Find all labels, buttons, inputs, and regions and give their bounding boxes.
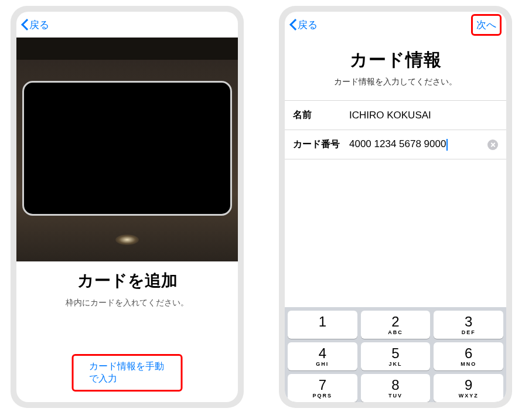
key-digit: 5	[391, 346, 399, 360]
card-number-value: 4000 1234 5678 9000	[349, 138, 446, 149]
add-card-body: カードを追加 枠内にカードを入れてください。 カード情報を手動で入力	[16, 261, 238, 402]
key-letters: ABC	[388, 329, 403, 335]
screen-add-card: 戻る カードを追加 枠内にカードを入れてください。 カード情報を手動で入力	[16, 12, 238, 402]
spacer	[285, 159, 506, 307]
name-row[interactable]: 名前 ICHIRO KOKUSAI	[285, 101, 506, 130]
card-scan-frame	[22, 81, 232, 216]
chevron-left-icon	[21, 19, 28, 30]
card-number-field[interactable]: 4000 1234 5678 9000	[349, 138, 487, 151]
next-button-highlight: 次へ	[471, 14, 502, 36]
name-field[interactable]: ICHIRO KOKUSAI	[349, 110, 498, 121]
card-info-subtitle: カード情報を入力してください。	[291, 77, 500, 87]
phone-frame-left: 戻る カードを追加 枠内にカードを入れてください。 カード情報を手動で入力	[11, 6, 244, 408]
key-letters: WXYZ	[459, 393, 479, 399]
key-letters: JKL	[388, 361, 402, 367]
card-number-label: カード番号	[293, 138, 349, 151]
card-info-header: カード情報 カード情報を入力してください。	[285, 38, 506, 100]
manual-entry-button[interactable]: カード情報を手動で入力	[89, 360, 166, 385]
numeric-keypad: 12ABC3DEF4GHI5JKL6MNO7PQRS8TUV9WXYZ	[285, 307, 506, 402]
key-digit: 8	[391, 378, 399, 392]
key-letters: TUV	[388, 393, 403, 399]
key-digit: 7	[319, 378, 326, 392]
keypad-key-2[interactable]: 2ABC	[361, 311, 431, 339]
keypad-key-7[interactable]: 7PQRS	[288, 374, 357, 402]
screen-card-info: 戻る 次へ カード情報 カード情報を入力してください。 名前 ICHIRO KO…	[285, 12, 506, 402]
keypad-key-4[interactable]: 4GHI	[288, 342, 357, 370]
camera-flare	[115, 234, 139, 245]
key-letters: PQRS	[313, 393, 333, 399]
keypad-key-9[interactable]: 9WXYZ	[434, 374, 503, 402]
next-button[interactable]: 次へ	[476, 18, 496, 32]
manual-entry-highlight: カード情報を手動で入力	[72, 354, 183, 392]
key-digit: 4	[319, 346, 326, 360]
back-button[interactable]: 戻る	[21, 18, 49, 32]
form: 名前 ICHIRO KOKUSAI カード番号 4000 1234 5678 9…	[285, 100, 506, 159]
key-letters: GHI	[316, 361, 329, 367]
name-label: 名前	[293, 109, 349, 121]
back-button[interactable]: 戻る	[289, 18, 318, 32]
keypad-key-1[interactable]: 1	[288, 311, 357, 339]
key-letters: DEF	[462, 329, 476, 335]
add-card-subtitle: 枠内にカードを入れてください。	[66, 298, 189, 308]
key-digit: 6	[465, 346, 472, 360]
key-digit: 9	[465, 378, 472, 392]
clear-input-button[interactable]	[487, 140, 498, 150]
keypad-key-8[interactable]: 8TUV	[361, 374, 431, 402]
key-letters: MNO	[461, 361, 476, 367]
key-digit: 2	[391, 315, 399, 329]
chevron-left-icon	[289, 19, 296, 30]
card-number-row[interactable]: カード番号 4000 1234 5678 9000	[285, 130, 506, 159]
card-info-title: カード情報	[291, 48, 500, 72]
keypad-key-6[interactable]: 6MNO	[434, 342, 503, 370]
key-digit: 3	[465, 315, 472, 329]
add-card-title: カードを追加	[77, 270, 178, 292]
camera-viewport	[16, 38, 238, 261]
key-digit: 1	[319, 315, 326, 329]
keypad-key-5[interactable]: 5JKL	[361, 342, 431, 370]
camera-dark-strip	[16, 38, 238, 60]
nav-bar: 戻る 次へ	[285, 12, 506, 38]
keypad-key-3[interactable]: 3DEF	[434, 311, 503, 339]
text-caret	[446, 139, 448, 151]
phone-frame-right: 戻る 次へ カード情報 カード情報を入力してください。 名前 ICHIRO KO…	[279, 6, 512, 408]
nav-bar: 戻る	[16, 12, 238, 38]
